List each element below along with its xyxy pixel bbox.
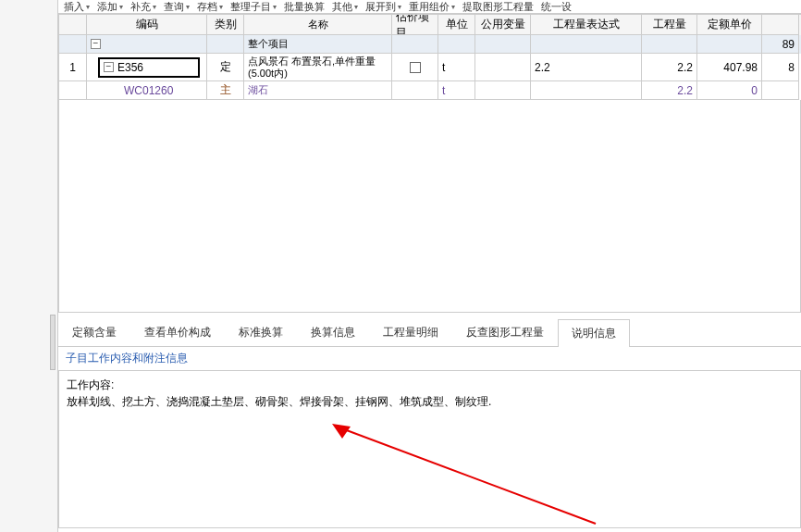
collapse-icon[interactable]: − xyxy=(104,62,114,72)
col-seq[interactable] xyxy=(59,15,87,35)
description-panel: 工作内容: 放样划线、挖土方、浇捣混凝土垫层、砌骨架、焊接骨架、挂钢网、堆筑成型… xyxy=(58,371,801,528)
toolbar-add[interactable]: 添加▾ xyxy=(97,0,123,14)
code-input[interactable]: −E356 xyxy=(98,57,200,78)
content-body: 放样划线、挖土方、浇捣混凝土垫层、砌骨架、焊接骨架、挂钢网、堆筑成型、制纹理. xyxy=(67,393,793,410)
table-row[interactable]: 1 −E356 定 点风景石 布置景石,单件重量(5.00t内) t 2.2 2… xyxy=(59,54,801,81)
tab-desc[interactable]: 说明信息 xyxy=(558,319,630,347)
toolbar-query[interactable]: 查询▾ xyxy=(164,0,190,14)
annotation-arrow-icon xyxy=(327,422,605,532)
toolbar-extract[interactable]: 提取图形工程量 xyxy=(462,0,534,14)
section-row[interactable]: − 整个项目 89 xyxy=(59,35,801,54)
grid-empty-area xyxy=(59,100,801,313)
content-title: 工作内容: xyxy=(67,377,793,393)
toolbar-reuse[interactable]: 重用组价▾ xyxy=(409,0,455,14)
col-price[interactable]: 定额单价 xyxy=(697,15,762,35)
toolbar-organize[interactable]: 整理子目▾ xyxy=(230,0,277,14)
toolbar-batch[interactable]: 批量换算 xyxy=(284,0,325,14)
table-row[interactable]: WC01260 主 湖石 t 2.2 0 xyxy=(59,81,801,100)
tab-reverse[interactable]: 反查图形工程量 xyxy=(452,318,558,346)
toolbar-expand[interactable]: 展开到▾ xyxy=(365,0,401,14)
col-est[interactable]: 估价项目 xyxy=(392,15,438,35)
tab-quota[interactable]: 定额含量 xyxy=(58,318,130,346)
collapse-icon[interactable]: − xyxy=(91,39,101,49)
col-pub[interactable]: 公用变量 xyxy=(475,15,531,35)
col-code[interactable]: 编码 xyxy=(87,15,207,35)
toolbar-supplement[interactable]: 补充▾ xyxy=(130,0,156,14)
toolbar-unify[interactable]: 统一设 xyxy=(541,0,572,14)
col-expr[interactable]: 工程量表达式 xyxy=(531,15,642,35)
tab-conv-info[interactable]: 换算信息 xyxy=(297,318,369,346)
tab-qty-detail[interactable]: 工程量明细 xyxy=(369,318,452,346)
col-qty[interactable]: 工程量 xyxy=(642,15,697,35)
bottom-tabs: 定额含量 查看单价构成 标准换算 换算信息 工程量明细 反查图形工程量 说明信息 xyxy=(58,318,801,347)
toolbar-insert[interactable]: 插入▾ xyxy=(64,0,90,14)
subtab-work-content[interactable]: 子目工作内容和附注信息 xyxy=(58,347,801,371)
toolbar: 插入▾ 添加▾ 补充▾ 查询▾ 存档▾ 整理子目▾ 批量换算 其他▾ 展开到▾ … xyxy=(58,0,801,14)
svg-line-0 xyxy=(337,427,596,524)
col-total[interactable] xyxy=(762,15,799,35)
toolbar-other[interactable]: 其他▾ xyxy=(332,0,358,14)
col-type[interactable]: 类别 xyxy=(207,15,244,35)
col-unit[interactable]: 单位 xyxy=(438,15,475,35)
tab-std-conv[interactable]: 标准换算 xyxy=(225,318,297,346)
estimate-checkbox[interactable] xyxy=(410,62,421,73)
toolbar-archive[interactable]: 存档▾ xyxy=(197,0,223,14)
panel-splitter[interactable] xyxy=(50,315,55,370)
col-name[interactable]: 名称 xyxy=(244,15,392,35)
tab-price-comp[interactable]: 查看单价构成 xyxy=(130,318,225,346)
data-grid: 编码 类别 名称 估价项目 单位 公用变量 工程量表达式 工程量 定额单价 − … xyxy=(58,14,801,313)
